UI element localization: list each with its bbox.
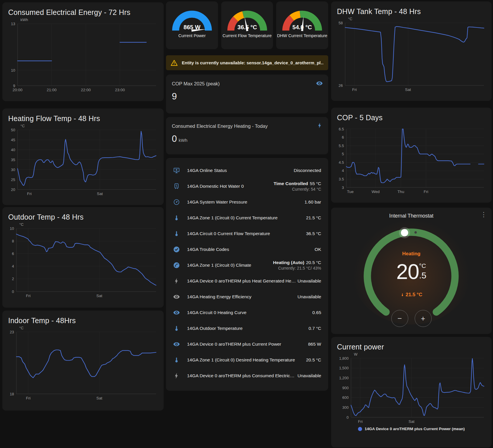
entity-row[interactable]: 14GA Heating Energy EfficiencyUnavailabl… [171, 289, 324, 305]
cop-chart[interactable]: 6.565.554.543.53TueWedThuFri [335, 123, 487, 195]
svg-text:58: 58 [339, 21, 343, 25]
temp-increase-button[interactable]: + [415, 310, 432, 327]
entity-name: 14GA Circuit 0 Heating Curve [187, 310, 312, 315]
entity-value: 36.5 °C [306, 231, 321, 236]
dhw-tank-chart[interactable]: 5826°CFriSat [335, 17, 487, 93]
entity-name: 14GA Zone 1 (Circuit 0) Desired Heating … [187, 357, 306, 363]
card-consumed-energy-72h: Consumed Electrical Energy - 72 Hrs 1310… [2, 2, 164, 101]
card-dhw-tank-temp: DHW Tank Temp - 48 Hrs 5826°CFriSat [331, 1, 492, 101]
svg-text:4.5: 4.5 [339, 160, 344, 165]
entity-row[interactable]: 14GA System Water Pressure1.60 bar [171, 194, 324, 210]
flash-icon [173, 372, 181, 379]
svg-text:Fri: Fri [358, 419, 363, 424]
svg-text:Fri: Fri [27, 192, 32, 196]
card-gauge-current-power[interactable]: 865 W Current Power [166, 1, 218, 49]
svg-text:54.0 °C: 54.0 °C [293, 24, 312, 30]
temp-decrease-button[interactable]: − [391, 310, 408, 327]
entity-row[interactable]: 14GA Zone 1 (Circuit 0) ClimateHeating (… [171, 257, 324, 273]
heating-flow-chart[interactable]: 50454035302520°CFriSat [6, 124, 159, 197]
entity-row[interactable]: 14GA Circuit 0 Heating Curve0.65 [171, 305, 324, 321]
entity-value: Time Controlled55 °CCurrently: 54 °C [274, 181, 321, 192]
card-title: Current power [337, 343, 492, 351]
card-indoor-temp: Indoor Temp - 48Hrs 2318°CFriSat [2, 311, 164, 411]
current-power-chart[interactable]: 1,8001,5001,2009006003000WFriSat [335, 352, 487, 425]
dashboard: Consumed Electrical Energy - 72 Hrs 1310… [0, 0, 493, 448]
indoor-temp-chart[interactable]: 2318°CFriSat [6, 326, 159, 402]
dhw-temp-gauge: 54.0 °C [279, 6, 326, 32]
entity-row[interactable]: 14GA Zone 1 (Circuit 0) Current Temperat… [171, 210, 324, 226]
svg-text:13: 13 [11, 22, 15, 26]
card-title: Indoor Temp - 48Hrs [8, 316, 164, 325]
svg-text:5: 5 [342, 152, 344, 156]
entity-row[interactable]: 14GA Outdoor Temperature0.7 °C [171, 321, 324, 336]
svg-text:4: 4 [342, 168, 344, 173]
svg-text:35: 35 [11, 158, 15, 162]
thermostat-current-temp: 21.5 °C [331, 292, 492, 298]
svg-text:300: 300 [342, 405, 349, 410]
svg-text:865 W: 865 W [184, 24, 200, 30]
gauge-icon [173, 199, 181, 206]
thermometer-icon [173, 325, 181, 332]
svg-text:6.5: 6.5 [339, 127, 344, 131]
svg-text:9: 9 [13, 84, 15, 88]
card-gauge-dhw-temp[interactable]: 54.0 °C DHW Current Temperature [276, 1, 328, 49]
stat-unit: kWh [179, 138, 187, 143]
svg-text:Thu: Thu [397, 189, 404, 194]
entity-value: 0.7 °C [309, 326, 321, 331]
svg-text:Wed: Wed [372, 189, 380, 194]
entity-row[interactable]: 14GA Trouble CodesOK [171, 242, 324, 257]
stat-title: COP Max 2025 (peak) [172, 81, 328, 87]
svg-text:20:00: 20:00 [13, 88, 23, 92]
stat-value: 9 [172, 91, 328, 102]
svg-text:30: 30 [11, 168, 15, 172]
entity-value: 21.5 °C [306, 215, 321, 220]
thermometer-icon [400, 292, 404, 297]
card-entities: 14GA Online StatusDisconnected 14GA Dome… [166, 158, 328, 391]
entity-row[interactable]: 14GA Domestic Hot Water 0Time Controlled… [171, 178, 324, 194]
entity-value: Unavailable [297, 278, 321, 284]
entity-row[interactable]: 14GA Device 0 aroTHERM plus Current Powe… [171, 336, 324, 352]
card-title: Outdoor Temp - 48 Hrs [8, 213, 164, 221]
eye-icon [173, 309, 181, 316]
svg-text:600: 600 [342, 395, 349, 400]
card-title: Heating Flow Temp - 48 Hrs [8, 114, 164, 123]
entity-row[interactable]: 14GA Online StatusDisconnected [171, 163, 324, 178]
svg-text:50: 50 [11, 128, 15, 132]
more-menu-icon[interactable]: ⋮ [480, 212, 487, 218]
svg-text:Sat: Sat [405, 87, 411, 92]
gauge-label: Current Flow Temperature [222, 33, 271, 39]
entity-row[interactable]: 14GA Device 0 aroTHERM plus Heat Generat… [171, 273, 324, 289]
eye-icon [316, 80, 323, 87]
svg-text:Fri: Fri [352, 87, 357, 92]
thermometer-icon [173, 214, 181, 221]
svg-text:900: 900 [342, 386, 349, 390]
svg-text:0: 0 [347, 415, 349, 420]
svg-text:26: 26 [339, 83, 343, 88]
flow-temp-gauge: 36.5 °C [224, 6, 271, 32]
svg-text:3.5: 3.5 [339, 177, 344, 181]
entity-row[interactable]: 14GA Circuit 0 Current Flow Temperature3… [171, 226, 324, 242]
gauge-label: Current Power [178, 33, 205, 39]
entity-value: Heating (Auto)20.5 °CCurrently: 21.5 °C/… [273, 260, 321, 270]
legend-dot-icon [358, 427, 362, 431]
card-gauge-flow-temp[interactable]: 36.5 °C Current Flow Temperature [221, 1, 273, 49]
svg-text:Sat: Sat [97, 192, 103, 196]
entity-row[interactable]: 14GA Device 0 aroTHERM plus Consumed Ele… [171, 368, 324, 384]
entity-name: 14GA Circuit 0 Current Flow Temperature [187, 231, 306, 236]
chart-legend[interactable]: 14GA Device 0 aroTHERM plus Current Powe… [331, 427, 492, 431]
card-title: COP - 5 Days [337, 113, 492, 122]
svg-text:Tue: Tue [347, 189, 354, 194]
card-energy-today[interactable]: Consumed Electrical Energy Heating - Tod… [166, 117, 328, 154]
outdoor-temp-chart[interactable]: 1086420°CFriSat [6, 223, 159, 299]
entity-row[interactable]: 14GA Zone 1 (Circuit 0) Desired Heating … [171, 352, 324, 368]
svg-text:1,800: 1,800 [339, 356, 349, 361]
svg-text:°C: °C [348, 17, 352, 21]
entity-value: 865 W [308, 342, 321, 347]
card-title: Consumed Electrical Energy - 72 Hrs [8, 8, 164, 17]
entity-name: 14GA Heating Energy Efficiency [187, 294, 297, 299]
card-cop-max[interactable]: COP Max 2025 (peak) 9 [166, 75, 328, 113]
svg-text:8: 8 [12, 239, 14, 243]
svg-text:23:00: 23:00 [115, 88, 125, 92]
consumed-energy-chart[interactable]: 13109kWh20:0021:0022:0023:00 [6, 18, 159, 93]
flash-icon [316, 122, 323, 129]
